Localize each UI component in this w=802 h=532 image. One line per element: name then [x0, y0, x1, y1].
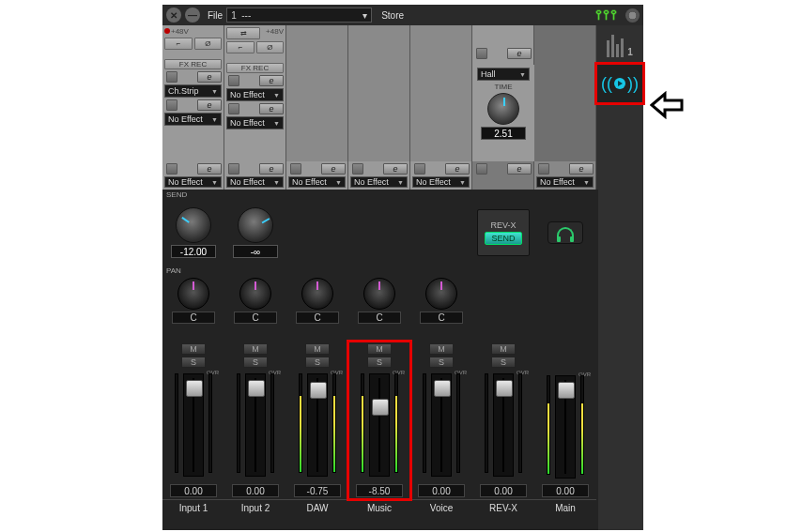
fx2-select-daw[interactable]: No Effect▼: [288, 176, 346, 188]
fx2-select-main[interactable]: No Effect▼: [536, 176, 594, 188]
revx-edit[interactable]: e: [507, 48, 532, 59]
link-button[interactable]: ⇄: [226, 27, 260, 39]
send-val-1: -12.00: [171, 245, 216, 258]
fx2-edit-main[interactable]: e: [569, 163, 594, 175]
phantom-48v[interactable]: +48V: [164, 27, 189, 36]
fx2-edit-2[interactable]: e: [259, 163, 284, 175]
fader-cell: M S OVR 0.00: [224, 342, 286, 499]
solo-button[interactable]: S: [305, 357, 330, 368]
fader-cap[interactable]: [496, 380, 513, 397]
fader-track[interactable]: [307, 373, 328, 477]
channel-label: DAW: [286, 499, 348, 516]
solo-button[interactable]: S: [243, 357, 268, 368]
mixer-icon[interactable]: 1: [605, 31, 635, 57]
fader-cap[interactable]: [310, 382, 327, 399]
fx2-select[interactable]: No Effect▼: [164, 176, 222, 188]
fx2-edit-voice[interactable]: e: [445, 163, 470, 175]
headphone-button[interactable]: [548, 221, 583, 244]
fx2-power[interactable]: [166, 163, 177, 175]
minimize-icon[interactable]: —: [185, 8, 200, 23]
store-button[interactable]: Store: [381, 10, 404, 21]
solo-button[interactable]: S: [429, 357, 454, 368]
fader-cap[interactable]: [248, 380, 265, 397]
reverb-time-knob[interactable]: [487, 93, 519, 125]
fader-track[interactable]: [183, 373, 204, 477]
fx2-power-daw[interactable]: [290, 163, 301, 175]
fx2-select-voice[interactable]: No Effect▼: [412, 176, 470, 188]
pan-knob[interactable]: [177, 278, 209, 310]
solo-button[interactable]: S: [181, 357, 206, 368]
pan-cell: [472, 276, 534, 342]
pan-knob[interactable]: [425, 278, 457, 310]
streaming-button[interactable]: (()): [597, 65, 642, 102]
fx1-select-2[interactable]: No Effect▼: [226, 116, 284, 129]
hpf-button-2[interactable]: ⌐: [226, 41, 254, 53]
fx2-power-revx[interactable]: [476, 163, 487, 175]
mute-button[interactable]: M: [367, 343, 392, 355]
fx2-edit[interactable]: e: [197, 163, 222, 175]
gear-icon[interactable]: [625, 8, 640, 23]
chstrip-edit[interactable]: e: [197, 71, 222, 83]
chstrip-edit-2[interactable]: e: [259, 75, 284, 86]
chstrip-select[interactable]: Ch.Strip▼: [164, 84, 222, 98]
pan-knob[interactable]: [363, 278, 395, 310]
revx-power[interactable]: [476, 48, 487, 59]
mixer-view-icon[interactable]: ⫯⫯⫯: [595, 7, 618, 23]
fader-track[interactable]: [431, 373, 452, 477]
fader-cap[interactable]: [372, 399, 389, 416]
fader-track[interactable]: [245, 373, 266, 477]
mute-button[interactable]: M: [491, 343, 516, 355]
fx1-power[interactable]: [166, 99, 177, 111]
fx2-edit-daw[interactable]: e: [321, 163, 346, 175]
fx2-power-main[interactable]: [538, 163, 549, 175]
fader-cap[interactable]: [186, 380, 203, 397]
fader-track[interactable]: [493, 373, 514, 477]
close-icon[interactable]: ✕: [166, 8, 181, 23]
file-menu[interactable]: File: [208, 10, 223, 21]
hpf-button[interactable]: ⌐: [164, 38, 193, 50]
reverb-type[interactable]: Hall▼: [477, 68, 530, 81]
fx1-edit-2[interactable]: e: [259, 103, 284, 114]
send-knob-2[interactable]: [238, 207, 273, 243]
level-meter-l: [361, 373, 364, 473]
mute-button[interactable]: M: [305, 343, 330, 355]
fader-cap[interactable]: [558, 382, 575, 399]
fx1-select[interactable]: No Effect▼: [164, 113, 222, 126]
fx1-edit[interactable]: e: [197, 99, 222, 111]
solo-button[interactable]: S: [491, 357, 516, 368]
revx-send-button[interactable]: SEND: [485, 232, 521, 245]
fx2-power-2[interactable]: [228, 163, 239, 175]
phantom-48v-2[interactable]: +48V: [266, 27, 284, 39]
pan-knob[interactable]: [239, 278, 271, 310]
preset-selector[interactable]: 1 --- ▾: [226, 8, 372, 23]
mute-button[interactable]: M: [181, 343, 206, 355]
level-meter-l: [175, 373, 178, 473]
level-meter-r: [270, 373, 274, 473]
fx2-select-music[interactable]: No Effect▼: [350, 176, 408, 188]
level-meter-l: [485, 373, 488, 473]
reverb-panel: Hall▼ TIME 2.51: [472, 65, 534, 161]
fxrec-button-2[interactable]: FX REC: [226, 63, 284, 73]
mixer-number: 1: [627, 47, 633, 57]
chstrip-power-2[interactable]: [228, 75, 239, 86]
fx1-power-2[interactable]: [228, 103, 239, 114]
phase-button-2[interactable]: Ø: [256, 41, 285, 53]
chstrip-select-2[interactable]: No Effect▼: [226, 88, 284, 101]
fx2-power-voice[interactable]: [414, 163, 425, 175]
fxrec-button[interactable]: FX REC: [164, 59, 222, 69]
fader-value: 0.00: [480, 484, 527, 497]
fx2-edit-revx[interactable]: e: [507, 163, 532, 175]
fx2-edit-music[interactable]: e: [383, 163, 408, 175]
chstrip-power[interactable]: [166, 71, 177, 83]
fader-track[interactable]: [369, 373, 390, 477]
send-knob-1[interactable]: [176, 207, 211, 243]
solo-button[interactable]: S: [367, 357, 392, 368]
mute-button[interactable]: M: [243, 343, 268, 355]
fader-track[interactable]: [555, 375, 576, 479]
fx2-power-music[interactable]: [352, 163, 363, 175]
fader-cap[interactable]: [434, 380, 451, 397]
fx2-select-2[interactable]: No Effect▼: [226, 176, 284, 188]
phase-button[interactable]: Ø: [194, 38, 223, 50]
pan-knob[interactable]: [301, 278, 333, 310]
mute-button[interactable]: M: [429, 343, 454, 355]
